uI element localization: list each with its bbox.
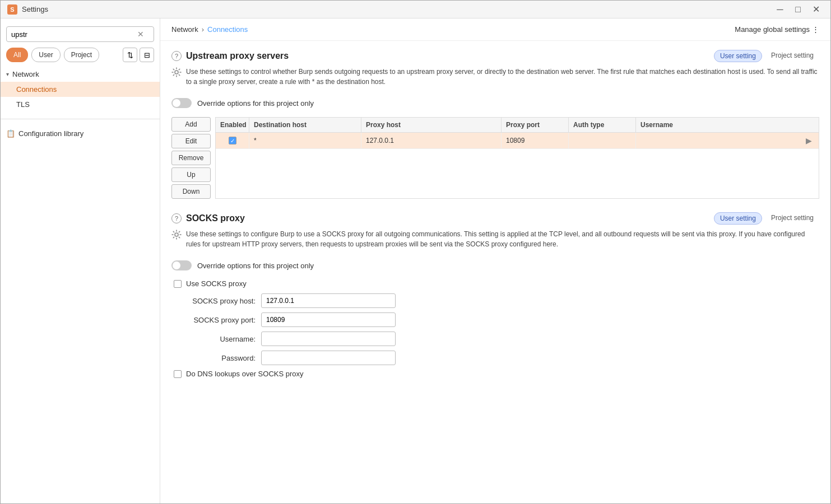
minimize-button[interactable]: ─: [772, 3, 788, 16]
sidebar-item-connections[interactable]: Connections: [1, 82, 160, 97]
sort-icon-button[interactable]: ⇅: [123, 48, 137, 62]
chevron-down-icon: ▾: [6, 71, 9, 77]
upstream-user-setting-badge[interactable]: User setting: [714, 50, 762, 62]
edit-button[interactable]: Edit: [171, 134, 211, 148]
row-expand-icon: ▶: [804, 136, 814, 145]
main-layout: ✕ All User Project ⇅ ⊟ ▾ Network Connect…: [1, 18, 830, 503]
search-clear-icon[interactable]: ✕: [137, 30, 144, 39]
table-header-row: Enabled Destination host Proxy host Prox…: [216, 118, 819, 133]
socks-username-input[interactable]: [261, 332, 396, 346]
socks-host-input[interactable]: [261, 293, 396, 308]
filter-project-button[interactable]: Project: [64, 48, 99, 62]
row-enabled-cell: ✓: [216, 133, 249, 149]
use-socks-label: Use SOCKS proxy: [186, 279, 247, 288]
col-destination-host: Destination host: [249, 118, 361, 132]
socks-section-description: Use these settings to configure Burp to …: [186, 229, 819, 249]
row-destination-host-cell: *: [249, 133, 361, 149]
socks-toggle-label: Override options for this project only: [197, 262, 314, 270]
upstream-section-badges: User setting Project setting: [714, 50, 819, 62]
socks-toggle[interactable]: [171, 260, 192, 270]
dns-socks-checkbox[interactable]: [174, 370, 182, 378]
dns-socks-label: Do DNS lookups over SOCKS proxy: [186, 370, 304, 378]
sidebar-divider: [1, 119, 160, 119]
upstream-toggle-label: Override options for this project only: [197, 99, 314, 108]
up-button[interactable]: Up: [171, 167, 211, 182]
socks-section-header: ? SOCKS proxy User setting Project setti…: [171, 212, 819, 225]
breadcrumb-separator: ›: [202, 25, 204, 34]
search-wrapper: ✕: [6, 26, 154, 42]
socks-host-label: SOCKS proxy host:: [171, 297, 261, 305]
use-socks-checkbox[interactable]: [174, 280, 182, 288]
use-socks-row: Use SOCKS proxy: [174, 279, 819, 288]
sidebar-section-network: ▾ Network Connections TLS: [1, 67, 160, 112]
filter-all-button[interactable]: All: [6, 48, 28, 62]
socks-host-group: SOCKS proxy host:: [171, 293, 819, 308]
content-body: ? Upstream proxy servers User setting Pr…: [160, 41, 830, 400]
socks-section-desc: Use these settings to configure Burp to …: [171, 229, 819, 249]
col-proxy-port: Proxy port: [502, 118, 569, 132]
filter-icon-button[interactable]: ⊟: [140, 48, 154, 62]
search-input[interactable]: [6, 26, 154, 42]
upstream-title-row: ? Upstream proxy servers: [171, 51, 289, 61]
socks-user-setting-badge[interactable]: User setting: [714, 212, 762, 225]
filter-icons: ⇅ ⊟: [123, 48, 154, 62]
app-icon: S: [7, 4, 17, 15]
content-header: Network › Connections Manage global sett…: [160, 18, 830, 41]
socks-toggle-knob: [173, 262, 180, 269]
titlebar: S Settings ─ □ ✕: [1, 1, 830, 18]
upstream-section-description: Use these settings to control whether Bu…: [186, 67, 819, 87]
sidebar: ✕ All User Project ⇅ ⊟ ▾ Network Connect…: [1, 18, 160, 503]
socks-username-label: Username:: [171, 335, 261, 343]
col-auth-type: Auth type: [569, 118, 636, 132]
upstream-project-setting-badge[interactable]: Project setting: [765, 50, 819, 62]
socks-password-group: Password:: [171, 351, 819, 365]
sidebar-lib-label: Configuration library: [18, 129, 83, 138]
socks-section-badges: User setting Project setting: [714, 212, 819, 225]
breadcrumb-connections: Connections: [207, 25, 248, 34]
svg-point-1: [175, 233, 178, 236]
row-auth-type-cell: [569, 133, 636, 149]
socks-title-row: ? SOCKS proxy: [171, 213, 245, 223]
upstream-section-title: Upstream proxy servers: [186, 51, 289, 61]
sidebar-section-network-label: Network: [12, 70, 39, 78]
down-button[interactable]: Down: [171, 184, 211, 199]
filter-user-button[interactable]: User: [31, 48, 60, 62]
socks-proxy-section: ? SOCKS proxy User setting Project setti…: [171, 212, 819, 378]
upstream-help-icon[interactable]: ?: [171, 51, 182, 61]
maximize-button[interactable]: □: [790, 3, 806, 16]
upstream-table-buttons: Add Edit Remove Up Down: [171, 117, 215, 199]
svg-point-0: [175, 71, 178, 74]
socks-password-input[interactable]: [261, 351, 396, 365]
socks-port-input[interactable]: [261, 312, 396, 327]
row-enabled-checkbox[interactable]: ✓: [229, 137, 236, 144]
content-area: Network › Connections Manage global sett…: [160, 18, 830, 503]
manage-global-label: Manage global settings: [735, 25, 810, 34]
row-proxy-port-cell: 10809: [502, 133, 569, 149]
socks-help-icon[interactable]: ?: [171, 213, 182, 223]
sidebar-configuration-library[interactable]: 📋 Configuration library: [1, 126, 160, 141]
sidebar-item-tls[interactable]: TLS: [1, 97, 160, 112]
remove-button[interactable]: Remove: [171, 151, 211, 165]
toggle-knob: [173, 99, 180, 107]
titlebar-controls: ─ □ ✕: [772, 3, 824, 16]
table-row[interactable]: ✓ * 127.0.0.1 10809 ▶: [216, 133, 819, 149]
dns-socks-row: Do DNS lookups over SOCKS proxy: [174, 370, 819, 378]
upstream-section-header: ? Upstream proxy servers User setting Pr…: [171, 50, 819, 62]
close-button[interactable]: ✕: [808, 3, 824, 16]
socks-username-group: Username:: [171, 332, 819, 346]
filter-row: All User Project ⇅ ⊟: [1, 48, 160, 67]
socks-project-setting-badge[interactable]: Project setting: [765, 212, 819, 225]
upstream-toggle-row: Override options for this project only: [171, 94, 819, 113]
row-proxy-host-cell: 127.0.0.1: [361, 133, 502, 149]
sidebar-section-network-header[interactable]: ▾ Network: [1, 67, 160, 82]
upstream-table: Enabled Destination host Proxy host Prox…: [215, 117, 819, 199]
socks-section-title: SOCKS proxy: [186, 213, 245, 223]
upstream-toggle[interactable]: [171, 98, 192, 108]
socks-port-group: SOCKS proxy port:: [171, 312, 819, 327]
col-enabled: Enabled: [216, 118, 249, 132]
app-window: S Settings ─ □ ✕ ✕ All User Project: [0, 0, 831, 504]
add-button[interactable]: Add: [171, 117, 211, 132]
breadcrumb-network[interactable]: Network: [171, 25, 198, 34]
gear-icon: [171, 67, 182, 77]
manage-global-settings[interactable]: Manage global settings ⋮: [735, 25, 819, 34]
